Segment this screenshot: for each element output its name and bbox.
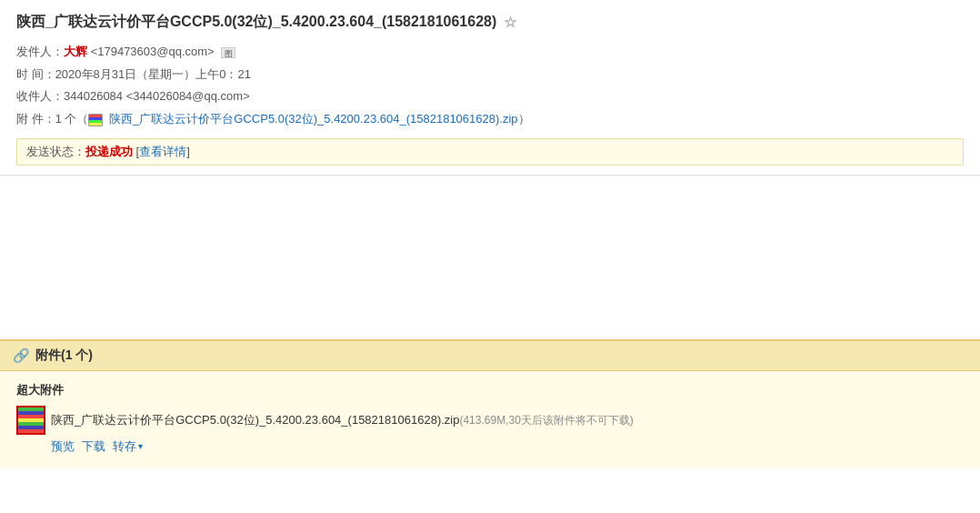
save-dropdown[interactable]: 转存▾	[113, 438, 143, 455]
email-header: 陕西_广联达云计价平台GCCP5.0(32位)_5.4200.23.604_(1…	[0, 0, 980, 176]
attachment-inline-link[interactable]: 陕西_广联达云计价平台GCCP5.0(32位)_5.4200.23.604_(1…	[109, 112, 517, 126]
time-row: 时 间：2020年8月31日（星期一）上午0：21	[16, 64, 964, 86]
from-row: 发件人：大辉 <179473603@qq.com> 图	[16, 41, 964, 64]
preview-link[interactable]: 预览	[51, 438, 75, 455]
attachment-inline-suffix: ）	[518, 112, 530, 126]
email-container: 陕西_广联达云计价平台GCCP5.0(32位)_5.4200.23.604_(1…	[0, 0, 980, 513]
save-dropdown-arrow: ▾	[138, 441, 143, 451]
attachment-count: 1 个（	[55, 112, 89, 126]
attachment-item: 陕西_广联达云计价平台GCCP5.0(32位)_5.4200.23.604_(1…	[16, 406, 964, 455]
recipient: 344026084 <344026084@qq.com>	[64, 89, 250, 103]
attachment-section: 🔗 附件(1 个) 超大附件 陕西_广联达云计价平台GCCP5.0(32位)_5…	[0, 339, 980, 468]
attachment-list: 超大附件 陕西_广联达云计价平台GCCP5.0(32位)_5.4200.23.6…	[0, 371, 980, 468]
email-body	[0, 176, 980, 339]
time-label: 时 间：	[16, 67, 55, 81]
email-subject-row: 陕西_广联达云计价平台GCCP5.0(32位)_5.4200.23.604_(1…	[16, 13, 964, 32]
attachment-label: 附 件：	[16, 112, 55, 126]
attachment-meta-row: 附 件：1 个（ 陕西_广联达云计价平台GCCP5.0(32位)_5.4200.…	[16, 108, 964, 131]
attachment-filename: 陕西_广联达云计价平台GCCP5.0(32位)_5.4200.23.604_(1…	[51, 412, 634, 428]
attachment-filename-text: 陕西_广联达云计价平台GCCP5.0(32位)_5.4200.23.604_(1…	[51, 413, 459, 427]
zip-mini-icon	[88, 114, 103, 126]
zip-stripes	[18, 407, 44, 433]
email-subject-text: 陕西_广联达云计价平台GCCP5.0(32位)_5.4200.23.604_(1…	[16, 13, 496, 32]
star-icon[interactable]: ☆	[504, 14, 516, 31]
attachment-zip-icon	[16, 406, 45, 435]
time-value: 2020年8月31日（星期一）上午0：21	[55, 67, 251, 81]
clip-icon: 🔗	[13, 347, 30, 364]
from-label: 发件人：	[16, 45, 64, 58]
address-book-icon[interactable]: 图	[221, 47, 235, 58]
super-attachment-label: 超大附件	[16, 382, 964, 398]
sender-name: 大辉	[64, 45, 87, 58]
download-link[interactable]: 下载	[82, 438, 105, 455]
to-row: 收件人：344026084 <344026084@qq.com>	[16, 86, 964, 108]
to-label: 收件人：	[16, 89, 64, 103]
attachment-actions: 预览 下载 转存▾	[51, 438, 964, 455]
send-status-detail-link[interactable]: 查看详情	[139, 145, 186, 158]
attachment-section-title: 附件(1 个)	[35, 347, 93, 364]
send-status-bar: 发送状态：投递成功 [查看详情]	[16, 138, 964, 166]
attachment-fileinfo: (413.69M,30天后该附件将不可下载)	[459, 414, 633, 427]
attachment-section-header: 🔗 附件(1 个)	[0, 341, 980, 371]
send-status-label: 发送状态：	[26, 145, 85, 158]
attachment-name-row: 陕西_广联达云计价平台GCCP5.0(32位)_5.4200.23.604_(1…	[16, 406, 964, 435]
save-link[interactable]: 转存	[113, 438, 136, 455]
send-status-value: 投递成功	[85, 145, 133, 158]
email-meta: 发件人：大辉 <179473603@qq.com> 图 时 间：2020年8月3…	[16, 41, 964, 131]
sender-email: <179473603@qq.com>	[91, 45, 215, 58]
